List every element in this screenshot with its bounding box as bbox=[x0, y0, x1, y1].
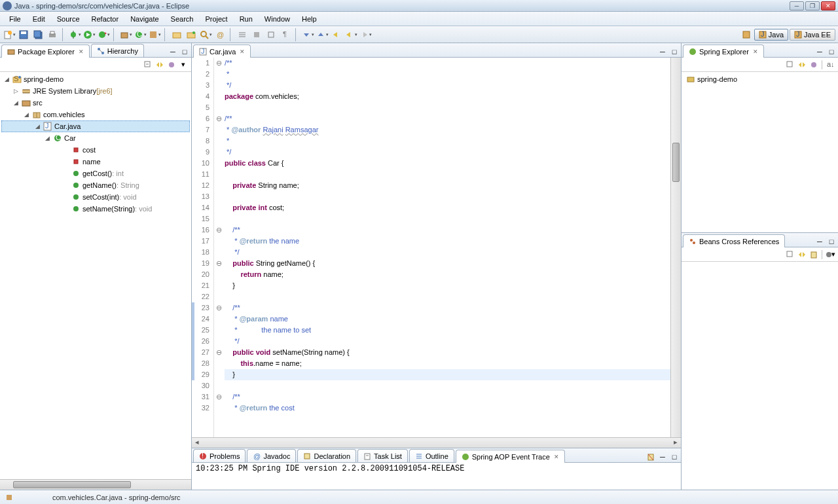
new-button[interactable]: ▾ bbox=[3, 28, 16, 41]
view-menu-button[interactable]: ▾ bbox=[825, 249, 835, 260]
toggle-icon[interactable]: ▷ bbox=[12, 88, 20, 94]
bottom-tab-task-list[interactable]: Task List bbox=[357, 449, 408, 462]
focus-task-button[interactable] bbox=[166, 60, 177, 70]
search-button[interactable]: ▾ bbox=[199, 28, 212, 41]
mark-occurrences-button[interactable] bbox=[250, 28, 263, 41]
filter-button[interactable] bbox=[809, 60, 819, 70]
debug-button[interactable]: ▾ bbox=[68, 28, 81, 41]
maximize-button[interactable]: ❐ bbox=[805, 1, 820, 10]
tab-close[interactable]: ✕ bbox=[554, 454, 559, 460]
run-last-button[interactable]: ▾ bbox=[97, 28, 110, 41]
tree-node-cost[interactable]: cost bbox=[1, 144, 190, 156]
block-selection-button[interactable] bbox=[264, 28, 278, 41]
toggle-icon[interactable]: ◢ bbox=[12, 99, 20, 106]
tree-node-com-vehicles[interactable]: ◢com.vehicles bbox=[1, 109, 190, 120]
menu-navigate[interactable]: Navigate bbox=[125, 14, 164, 24]
tree-node-project[interactable]: spring-demo bbox=[683, 73, 837, 85]
save-all-button[interactable] bbox=[31, 28, 45, 41]
tree-node-src[interactable]: ◢src bbox=[1, 97, 190, 109]
menu-help[interactable]: Help bbox=[297, 14, 322, 24]
package-explorer-tree[interactable]: ◢Sspring-demo▷JRE System Library [jre6]◢… bbox=[0, 72, 191, 479]
menu-project[interactable]: Project bbox=[200, 14, 232, 24]
minimize-view-button[interactable]: ─ bbox=[814, 46, 825, 57]
spring-explorer-tree[interactable]: spring-demo bbox=[682, 72, 838, 232]
bottom-tab-declaration[interactable]: Declaration bbox=[297, 449, 356, 462]
bottom-tab-problems[interactable]: !Problems bbox=[193, 449, 246, 462]
bottom-tab-spring-aop-event-trace[interactable]: Spring AOP Event Trace✕ bbox=[456, 450, 565, 463]
collapse-all-button[interactable] bbox=[785, 60, 795, 70]
bottom-tab-javadoc[interactable]: @Javadoc bbox=[247, 449, 296, 462]
line-gutter[interactable]: 1234567891011121314151617181920212223242… bbox=[194, 58, 214, 437]
perspective-java[interactable]: JJava bbox=[754, 29, 788, 41]
editor-hscroll[interactable]: ◂▸ bbox=[192, 437, 681, 448]
sort-button[interactable]: a↓ bbox=[825, 60, 835, 70]
menu-window[interactable]: Window bbox=[259, 14, 295, 24]
tab-close[interactable]: ✕ bbox=[753, 48, 758, 55]
maximize-view-button[interactable]: □ bbox=[826, 236, 837, 247]
open-perspective-button[interactable] bbox=[740, 28, 753, 41]
tab-beans-xref[interactable]: Beans Cross References bbox=[683, 234, 785, 247]
toggle-icon[interactable]: ◢ bbox=[43, 135, 51, 141]
new-class-button[interactable]: C▾ bbox=[134, 28, 147, 41]
toggle-icon[interactable]: ◢ bbox=[3, 76, 10, 82]
tree-node-jre-system-library[interactable]: ▷JRE System Library [jre6] bbox=[1, 85, 190, 97]
tree-node-car-java[interactable]: ◢JCar.java bbox=[1, 120, 190, 132]
toggle-icon[interactable]: ◢ bbox=[33, 123, 41, 130]
menu-file[interactable]: File bbox=[4, 14, 26, 24]
editor-tab-close[interactable]: ✕ bbox=[240, 48, 245, 55]
bottom-tab-outline[interactable]: Outline bbox=[409, 449, 454, 462]
back-button[interactable]: ▾ bbox=[344, 28, 357, 41]
last-edit-button[interactable] bbox=[330, 28, 343, 41]
tree-node-spring-demo[interactable]: ◢Sspring-demo bbox=[1, 73, 190, 85]
new-type-button[interactable]: ▾ bbox=[148, 28, 161, 41]
beans-xref-content[interactable] bbox=[682, 262, 838, 490]
print-button[interactable] bbox=[46, 28, 59, 41]
menu-refactor[interactable]: Refactor bbox=[86, 14, 124, 24]
link-editor-button[interactable] bbox=[155, 60, 165, 70]
left-hscroll[interactable] bbox=[0, 479, 191, 490]
perspective-java-ee[interactable]: JJava EE bbox=[790, 29, 835, 41]
editor-area[interactable]: 1234567891011121314151617181920212223242… bbox=[192, 58, 681, 437]
minimize-view-button[interactable]: ─ bbox=[814, 236, 825, 247]
tree-node-getname-[interactable]: getName() : String bbox=[1, 179, 190, 191]
link-editor-button[interactable] bbox=[797, 60, 807, 70]
tree-node-setname-string-[interactable]: setName(String) : void bbox=[1, 203, 190, 215]
tab-close[interactable]: ✕ bbox=[79, 48, 84, 55]
menu-source[interactable]: Source bbox=[52, 14, 85, 24]
tab-spring-explorer[interactable]: Spring Explorer ✕ bbox=[683, 45, 764, 58]
fold-gutter[interactable]: ⊖⊖⊖⊖⊖⊖⊖ bbox=[214, 58, 223, 437]
prev-annotation-button[interactable]: ▾ bbox=[316, 28, 329, 41]
editor-minimize-button[interactable]: ─ bbox=[657, 46, 668, 57]
toggle-breadcrumb-button[interactable] bbox=[236, 28, 249, 41]
collapse-all-button[interactable] bbox=[143, 60, 153, 70]
toggle-icon[interactable]: ◢ bbox=[22, 111, 30, 118]
tab-hierarchy[interactable]: Hierarchy bbox=[91, 44, 144, 57]
clear-console-button[interactable] bbox=[646, 452, 656, 462]
save-button[interactable] bbox=[17, 28, 30, 41]
maximize-view-button[interactable]: □ bbox=[179, 46, 190, 57]
tree-node-getcost-[interactable]: getCost() : int bbox=[1, 168, 190, 179]
code-editor[interactable]: /** * */package com.vehicles;/** * @auth… bbox=[223, 58, 670, 437]
next-annotation-button[interactable]: ▾ bbox=[301, 28, 314, 41]
editor-maximize-button[interactable]: □ bbox=[669, 46, 680, 57]
tree-node-car[interactable]: ◢CCar bbox=[1, 132, 190, 144]
minimize-view-button[interactable]: ─ bbox=[657, 452, 668, 462]
editor-tab-car[interactable]: J Car.java ✕ bbox=[193, 45, 251, 58]
run-button[interactable]: ▾ bbox=[82, 28, 96, 41]
minimize-button[interactable]: ─ bbox=[790, 1, 804, 10]
show-whitespace-button[interactable]: ¶ bbox=[279, 28, 292, 41]
close-button[interactable]: ✕ bbox=[821, 1, 835, 10]
tree-node-setcost-int-[interactable]: setCost(int) : void bbox=[1, 191, 190, 203]
view-menu-button[interactable]: ▾ bbox=[178, 60, 189, 70]
new-package-button[interactable]: ▾ bbox=[119, 28, 132, 41]
link-button[interactable] bbox=[797, 249, 807, 260]
maximize-view-button[interactable]: □ bbox=[669, 452, 680, 462]
minimize-view-button[interactable]: ─ bbox=[168, 46, 178, 57]
menu-search[interactable]: Search bbox=[166, 14, 199, 24]
menu-run[interactable]: Run bbox=[234, 14, 258, 24]
collapse-button[interactable] bbox=[785, 249, 795, 260]
menu-edit[interactable]: Edit bbox=[27, 14, 50, 24]
annotation-button[interactable]: @ bbox=[213, 28, 227, 41]
editor-vscroll[interactable] bbox=[670, 58, 681, 437]
tab-package-explorer[interactable]: Package Explorer ✕ bbox=[1, 45, 90, 58]
